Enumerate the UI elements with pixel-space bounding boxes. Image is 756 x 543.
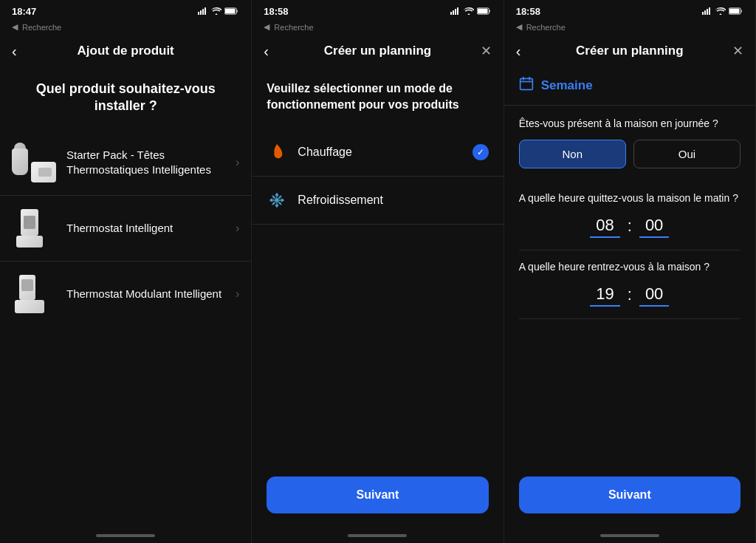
time-display-1: 08 : 00 [519,214,740,250]
back-button-2[interactable]: ‹ [264,43,269,60]
btn-non[interactable]: Non [519,140,626,168]
product-item-thermostat[interactable]: Thermostat Intelligent › [0,196,251,262]
panel-2: 18:58 ◀ Recherche ‹ Créer un planning ✕ … [252,0,504,543]
question-present: Êtes-vous présent à la maison en journée… [519,117,740,129]
back-button-3[interactable]: ‹ [516,43,521,60]
back-arrow-recherche-3: ◀ [516,22,522,32]
chevron-icon-modular: › [236,287,239,301]
product-name-modular: Thermostat Modulant Intelligent [66,287,230,301]
svg-rect-6 [450,12,452,15]
question-block-1: Êtes-vous présent à la maison en journée… [504,106,755,182]
recherche-bar-1: ◀ Recherche [0,21,251,36]
svg-rect-9 [457,7,458,15]
mod-screen [21,279,33,291]
mode-chauffage-label: Chauffage [298,146,472,159]
mode-selection-title: Veuillez sélectionner un mode de fonctio… [252,66,503,129]
recherche-bar-2: ◀ Recherche [252,21,503,36]
svg-rect-14 [707,9,708,15]
chevron-icon-thermostat: › [236,222,239,235]
home-bar-1 [96,534,155,537]
home-indicator-3 [504,528,755,543]
recherche-label-3: Recherche [526,23,566,32]
question-depart: A quelle heure quittez-vous la maison le… [519,192,740,204]
mode-refroidissement[interactable]: Refroidissement [252,177,503,225]
thermo-screen [24,216,35,229]
svg-rect-0 [198,12,199,15]
mode-chauffage[interactable]: Chauffage ✓ [252,129,503,177]
recherche-label-2: Recherche [274,23,313,32]
question-block-2: A quelle heure quittez-vous la maison le… [504,182,755,250]
semaine-header: Semaine [504,66,755,106]
question-block-3: A quelle heure rentrez-vous à la maison … [504,250,755,319]
time-display-2: 19 : 00 [519,283,740,319]
product-image-pack [12,140,56,185]
time1-hour[interactable]: 08 [590,214,619,238]
status-bar-3: 18:58 [504,0,755,21]
close-button-3[interactable]: ✕ [732,43,743,59]
status-icons-3 [702,7,743,15]
suivant-button-2[interactable]: Suivant [267,477,488,513]
svg-rect-11 [478,9,488,13]
time2-hour[interactable]: 19 [590,283,619,307]
signal-icon-2 [450,7,461,15]
status-time-2: 18:58 [264,6,288,17]
home-bar-2 [348,534,407,537]
status-icons-2 [450,7,492,15]
modular-art [13,275,55,313]
pack-art [12,143,56,182]
back-button-1[interactable]: ‹ [12,43,17,60]
status-time-1: 18:47 [12,6,36,17]
nav-bar-1: ‹ Ajout de produit [0,36,251,66]
nav-bar-2: ‹ Créer un planning ✕ [252,36,503,66]
svg-rect-12 [702,12,704,15]
panel2-content: Veuillez sélectionner un mode de fonctio… [252,66,503,465]
product-item-pack[interactable]: Starter Pack - Têtes Thermostatiques Int… [0,130,251,196]
semaine-label: Semaine [541,78,593,93]
time1-minute[interactable]: 00 [639,214,669,238]
mode-chauffage-check: ✓ [472,144,489,160]
battery-icon-2 [477,7,492,15]
svg-rect-7 [453,10,454,15]
status-time-3: 18:58 [516,6,540,17]
panel3-content: Semaine Êtes-vous présent à la maison en… [504,66,755,465]
recherche-label-1: Recherche [22,23,61,32]
panel-3: 18:58 ◀ Recherche ‹ Créer un planning ✕ … [504,0,756,543]
toggle-row: Non Oui [519,140,740,168]
svg-rect-13 [704,10,706,15]
panel2-bottom: Suivant [252,465,503,528]
svg-rect-17 [729,9,740,13]
svg-rect-1 [200,10,202,15]
close-button-2[interactable]: ✕ [481,43,492,59]
time2-minute[interactable]: 00 [639,283,669,307]
product-list: Starter Pack - Têtes Thermostatiques Int… [0,123,251,334]
signal-icon-3 [702,7,712,15]
recherche-bar-3: ◀ Recherche [504,21,755,36]
time1-colon: : [628,216,632,236]
back-arrow-recherche-2: ◀ [264,22,269,32]
product-name-pack: Starter Pack - Têtes Thermostatiques Int… [66,148,230,177]
product-image-thermostat [12,206,56,250]
wifi-icon-3 [715,7,726,15]
install-question: Quel produit souhaitez-vous installer ? [0,66,251,123]
nav-title-3: Créer un planning [576,44,683,58]
mod-base [15,300,44,313]
mode-refroidissement-label: Refroidissement [298,194,488,207]
valve-body [12,148,28,175]
wifi-icon [211,7,221,15]
status-bar-1: 18:47 [0,0,251,21]
thermo-art [13,209,55,247]
status-icons-1 [198,7,239,15]
thermo-display [21,209,38,236]
home-bar-3 [600,534,659,537]
svg-rect-3 [205,7,206,15]
panel1-content: Quel produit souhaitez-vous installer ? … [0,66,251,528]
svg-rect-18 [520,78,532,89]
calendar-icon [519,76,534,95]
home-indicator-2 [252,528,503,543]
suivant-button-3[interactable]: Suivant [519,477,740,513]
btn-oui[interactable]: Oui [633,140,740,168]
back-arrow-recherche-1: ◀ [12,22,18,32]
product-item-modular[interactable]: Thermostat Modulant Intelligent › [0,262,251,327]
product-image-modular [12,272,56,316]
svg-rect-15 [709,7,710,15]
